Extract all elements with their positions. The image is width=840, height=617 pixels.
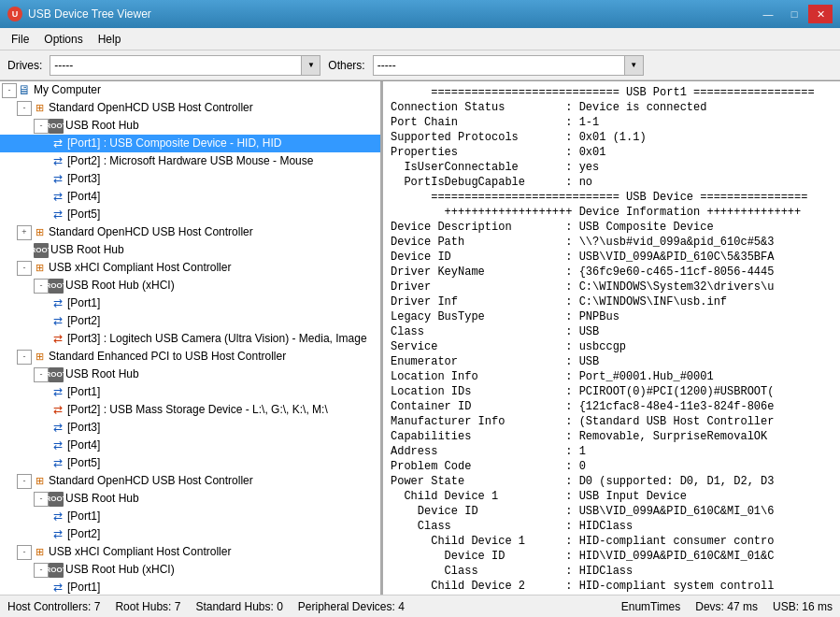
tree-row-xhci-port2[interactable]: ⇄ [Port2] <box>0 312 380 330</box>
status-usb: USB: 16 ms <box>773 600 833 613</box>
tree-row-port5[interactable]: ⇄ [Port5] <box>0 206 380 223</box>
drives-combo[interactable]: ----- ▼ <box>50 55 320 76</box>
computer-icon: 🖥 <box>17 83 32 98</box>
tree-root: - 🖥 My Computer - ⊞ Standard OpenHCD USB… <box>0 81 380 595</box>
status-enum-times: EnumTimes <box>621 600 681 613</box>
detail-line: PortIsDebugCapable : no <box>391 175 833 190</box>
expand-controller3[interactable]: - <box>17 474 32 489</box>
menu-file[interactable]: File <box>4 30 36 49</box>
tree-row-pci1[interactable]: - ⊞ Standard Enhanced PCI to USB Host Co… <box>0 348 380 366</box>
controller3-label: Standard OpenHCD USB Host Controller <box>49 473 253 489</box>
xhci-port2-icon: ⇄ <box>50 314 65 329</box>
others-combo[interactable]: ----- ▼ <box>373 55 644 76</box>
tree-row-port4[interactable]: ⇄ [Port4] <box>0 188 380 206</box>
hub3-label: USB Root Hub <box>65 366 139 382</box>
minimize-button[interactable]: — <box>756 5 780 23</box>
detail-line: Class : HIDClass <box>391 519 833 534</box>
pci-port5-icon: ⇄ <box>50 456 65 471</box>
detail-line: Driver : C:\WINDOWS\System32\drivers\u <box>391 280 833 294</box>
drives-arrow[interactable]: ▼ <box>301 56 320 75</box>
detail-line: Container ID : {121cfac8-48e4-11e3-824f-… <box>391 399 833 414</box>
pci-port3-label: [Port3] <box>67 420 100 436</box>
detail-line: Properties : 0x01 <box>391 145 833 160</box>
tree-row-port3[interactable]: ⇄ [Port3] <box>0 170 380 188</box>
pci1-icon: ⊞ <box>32 350 47 365</box>
tree-row-controller3[interactable]: - ⊞ Standard OpenHCD USB Host Controller <box>0 472 380 490</box>
expand-controller2[interactable]: + <box>17 225 32 240</box>
tree-row-xhci-port3-camera[interactable]: ⇄ [Port3] : Logitech USB Camera (Ultra V… <box>0 330 380 348</box>
xhci1-label: USB xHCI Compliant Host Controller <box>49 260 231 276</box>
c3-port2-label: [Port2] <box>67 526 100 542</box>
status-standard-hubs: Standard Hubs: 0 <box>195 600 282 613</box>
expand-controller1[interactable]: - <box>17 101 32 116</box>
tree-row-port1-device[interactable]: ⇄ [Port1] : USB Composite Device - HID, … <box>0 135 380 152</box>
expand-pci1[interactable]: - <box>17 350 32 365</box>
detail-line: Enumerator : USB <box>391 354 833 369</box>
xhci-hub2-label: USB Root Hub (xHCI) <box>65 562 175 578</box>
port3-label: [Port3] <box>67 171 100 187</box>
title-text: USB Device Tree Viewer <box>28 7 151 21</box>
tree-row-hub2[interactable]: ROOT USB Root Hub <box>0 241 380 259</box>
controller3-icon: ⊞ <box>32 474 47 489</box>
tree-row-c3-port1[interactable]: ⇄ [Port1] <box>0 508 380 525</box>
tree-row-c3-port2[interactable]: ⇄ [Port2] <box>0 525 380 543</box>
detail-line: Class : USB <box>391 324 833 339</box>
detail-line: Device Description : USB Composite Devic… <box>391 220 833 235</box>
tree-row-controller2[interactable]: + ⊞ Standard OpenHCD USB Host Controller <box>0 223 380 241</box>
detail-line: Service : usbccgp <box>391 339 833 354</box>
close-button[interactable]: ✕ <box>808 5 833 23</box>
tree-row-pci-port1[interactable]: ⇄ [Port1] <box>0 383 380 401</box>
tree-row-pci-port4[interactable]: ⇄ [Port4] <box>0 437 380 454</box>
detail-line: Child Device 1 : USB Input Device <box>391 489 833 504</box>
tree-row-xhci-hub2[interactable]: - ROOT USB Root Hub (xHCI) <box>0 561 380 579</box>
c3-port2-icon: ⇄ <box>50 527 65 542</box>
tree-row-pci-port2-storage[interactable]: ⇄ [Port2] : USB Mass Storage Device - L:… <box>0 401 380 419</box>
menu-options[interactable]: Options <box>36 30 90 49</box>
tree-row-xhci2[interactable]: - ⊞ USB xHCI Compliant Host Controller <box>0 543 380 561</box>
maximize-button[interactable]: □ <box>782 5 806 23</box>
xhci2-port1-icon: ⇄ <box>50 581 65 595</box>
controller2-label: Standard OpenHCD USB Host Controller <box>49 224 253 240</box>
xhci2-icon: ⊞ <box>32 545 47 560</box>
status-bar: Host Controllers: 7 Root Hubs: 7 Standar… <box>0 595 840 617</box>
xhci-hub2-badge: ROOT <box>49 563 64 578</box>
tree-row-pci-port5[interactable]: ⇄ [Port5] <box>0 454 380 472</box>
tree-row-mycomputer[interactable]: - 🖥 My Computer <box>0 81 380 99</box>
tree-row-port2-mouse[interactable]: ⇄ [Port2] : Microsoft Hardware USB Mouse… <box>0 152 380 170</box>
tree-row-xhci-port1[interactable]: ⇄ [Port1] <box>0 294 380 312</box>
expand-xhci2[interactable]: - <box>17 545 32 560</box>
tree-row-xhci1[interactable]: - ⊞ USB xHCI Compliant Host Controller <box>0 259 380 277</box>
tree-row-xhci-hub1[interactable]: - ROOT USB Root Hub (xHCI) <box>0 277 380 294</box>
expand-xhci1[interactable]: - <box>17 261 32 276</box>
status-devs: Devs: 47 ms <box>695 600 758 613</box>
detail-line: Child Device 2 : HID-compliant system co… <box>391 579 833 594</box>
status-host-controllers: Host Controllers: 7 <box>7 600 100 613</box>
pci-port4-icon: ⇄ <box>50 438 65 453</box>
xhci-hub1-label: USB Root Hub (xHCI) <box>65 278 175 294</box>
tree-row-hub4[interactable]: - ROOT USB Root Hub <box>0 490 380 508</box>
detail-line: Legacy BusType : PNPBus <box>391 309 833 324</box>
tree-row-pci-port3[interactable]: ⇄ [Port3] <box>0 419 380 437</box>
tree-row-xhci2-port1[interactable]: ⇄ [Port1] <box>0 579 380 595</box>
tree-row-hub1[interactable]: - ROOT USB Root Hub <box>0 117 380 135</box>
detail-line: Port Chain : 1-1 <box>391 115 833 130</box>
hub3-badge: ROOT <box>49 367 64 382</box>
detail-panel[interactable]: ============================ USB Port1 =… <box>383 81 840 595</box>
menu-help[interactable]: Help <box>91 30 129 49</box>
expand-mycomputer[interactable]: - <box>2 83 17 98</box>
detail-line: Capabilities : Removable, SurpriseRemova… <box>391 429 833 444</box>
detail-line: Supported Protocols : 0x01 (1.1) <box>391 130 833 145</box>
detail-line: Device ID : USB\VID_099A&PID_610C&MI_01\… <box>391 504 833 519</box>
camera-icon: ⇄ <box>50 332 65 347</box>
others-arrow[interactable]: ▼ <box>624 56 643 75</box>
tree-panel[interactable]: - 🖥 My Computer - ⊞ Standard OpenHCD USB… <box>0 81 383 595</box>
toolbar: Drives: ----- ▼ Others: ----- ▼ <box>0 50 840 80</box>
detail-line: IsUserConnectable : yes <box>391 160 833 175</box>
controller1-label: Standard OpenHCD USB Host Controller <box>49 100 253 116</box>
port1-device-label: [Port1] : USB Composite Device - HID, HI… <box>67 136 281 151</box>
tree-row-hub3[interactable]: - ROOT USB Root Hub <box>0 366 380 383</box>
drives-value: ----- <box>50 59 301 72</box>
tree-row-controller1[interactable]: - ⊞ Standard OpenHCD USB Host Controller <box>0 99 380 117</box>
pci-port5-label: [Port5] <box>67 455 100 471</box>
port2-mouse-label: [Port2] : Microsoft Hardware USB Mouse -… <box>67 153 313 169</box>
